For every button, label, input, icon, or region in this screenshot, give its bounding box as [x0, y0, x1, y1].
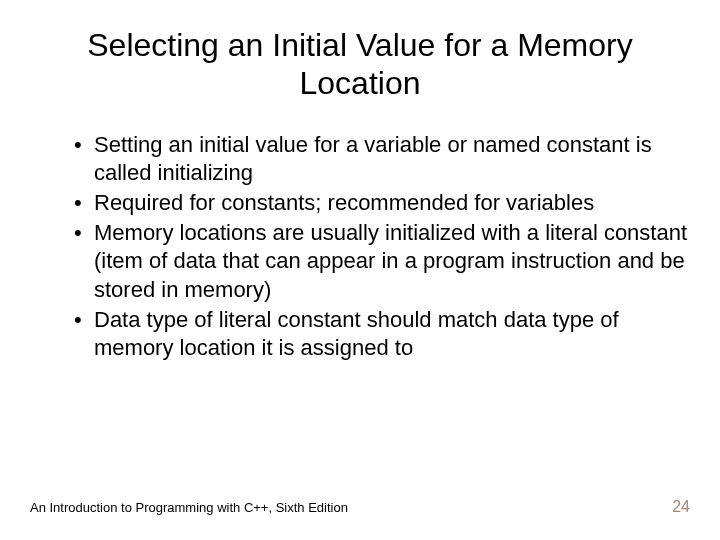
footer-text: An Introduction to Programming with C++,…: [30, 500, 348, 515]
slide: Selecting an Initial Value for a Memory …: [0, 0, 720, 540]
slide-title: Selecting an Initial Value for a Memory …: [30, 26, 690, 103]
footer: An Introduction to Programming with C++,…: [30, 498, 690, 516]
list-item: Required for constants; recommended for …: [74, 189, 690, 217]
bullet-list: Setting an initial value for a variable …: [30, 131, 690, 362]
list-item: Setting an initial value for a variable …: [74, 131, 690, 187]
page-number: 24: [672, 498, 690, 516]
list-item: Memory locations are usually initialized…: [74, 219, 690, 303]
list-item: Data type of literal constant should mat…: [74, 306, 690, 362]
